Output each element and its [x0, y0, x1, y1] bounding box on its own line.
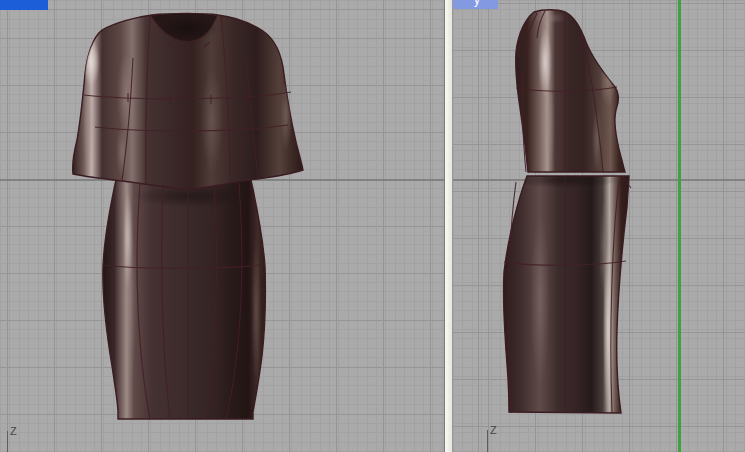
skirt-side[interactable] — [503, 172, 631, 420]
jacket-front[interactable] — [73, 14, 303, 191]
viewport-splitter[interactable] — [444, 0, 453, 452]
garment-side-view[interactable] — [453, 0, 745, 452]
viewport-side[interactable]: y Z — [453, 0, 745, 452]
viewport-title-tab[interactable]: y — [453, 0, 498, 9]
garment-front-view[interactable] — [0, 0, 444, 452]
skirt-front[interactable] — [103, 180, 266, 419]
modeling-workspace: Z — [0, 0, 745, 452]
jacket-side[interactable] — [516, 10, 625, 172]
viewport-title-tab[interactable] — [0, 0, 48, 10]
viewport-front[interactable]: Z — [0, 0, 444, 452]
viewport-title-text: y — [474, 0, 480, 6]
